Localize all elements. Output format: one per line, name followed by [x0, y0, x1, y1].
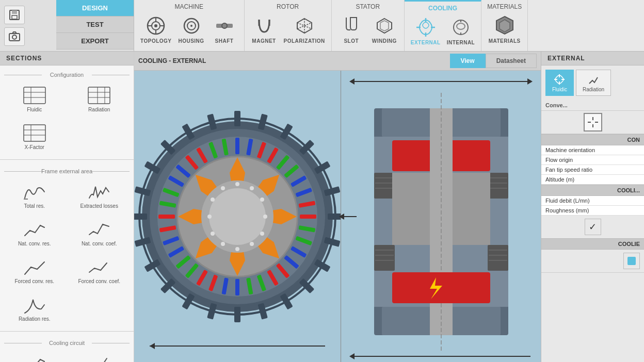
coolie-section-title: COOLIE	[541, 238, 644, 250]
top-bar: DESIGN TEST EXPORT MACHINE TOPOLOGY	[0, 0, 644, 52]
section-convection-coef[interactable]: Convection coef.	[69, 350, 130, 362]
frame-group-title: Frame external area	[4, 168, 130, 174]
forced-conv-res-label: Forced conv. res.	[14, 278, 54, 284]
nav-housing[interactable]: HOUSING	[176, 12, 207, 46]
prop-fan-tip-label: Fan tip speed ratio	[545, 167, 592, 173]
frame-items: Total res. Extracted losses	[4, 178, 130, 325]
section-forced-conv-res[interactable]: Forced conv. res.	[4, 254, 65, 287]
nat-conv-coef-label: Nat. conv. coef.	[82, 241, 117, 246]
nav-materials[interactable]: MATERIALS	[487, 12, 523, 46]
radiation-tab[interactable]: Radiation	[576, 70, 611, 96]
prop-roughness-label: Roughness (mm)	[545, 207, 589, 213]
prop-machine-orientation: Machine orientation	[541, 145, 644, 155]
nav-stator-title: STATOR	[356, 2, 380, 12]
convection-coef-icon	[86, 353, 112, 362]
svg-point-7	[154, 24, 157, 27]
section-forced-conv-coef[interactable]: Forced conv. coef.	[69, 254, 130, 287]
nav-external[interactable]: EXTERNAL	[409, 14, 443, 47]
save-button[interactable]	[4, 6, 25, 24]
checkmark-button[interactable]: ✓	[585, 219, 601, 235]
nav-shaft[interactable]: SHAFT	[209, 12, 240, 46]
nav-group-machine: MACHINE TOPOLOGY HOUSING	[134, 0, 245, 51]
nav-winding[interactable]: WINDING	[369, 12, 400, 46]
forced-conv-coef-icon	[86, 257, 112, 277]
svg-rect-49	[234, 111, 240, 126]
view-tabs: View Datasheet	[450, 54, 537, 68]
nav-magnet[interactable]: MAGNET	[249, 12, 280, 46]
polarization-icon	[293, 14, 316, 37]
svg-rect-42	[24, 125, 45, 141]
radiation-section-icon	[86, 85, 112, 106]
svg-point-117	[260, 198, 264, 202]
slot-label: SLOT	[344, 38, 359, 44]
center-panel: COOLING - EXTERNAL View Datasheet	[134, 52, 541, 362]
nav-cooling-items: EXTERNAL INTERNAL	[405, 14, 481, 47]
prop-flow-origin: Flow origin	[541, 155, 644, 165]
topology-label: TOPOLOGY	[140, 38, 172, 44]
view-tab-view[interactable]: View	[450, 54, 486, 68]
coolie-action-button[interactable]	[623, 253, 640, 269]
nav-slot[interactable]: SLOT	[336, 12, 367, 46]
section-nat-conv-res[interactable]: Nat. conv. res.	[4, 216, 65, 250]
camera-button[interactable]	[4, 27, 25, 46]
view-tab-datasheet[interactable]: Datasheet	[486, 54, 537, 68]
svg-rect-163	[627, 257, 636, 265]
nav-internal[interactable]: INTERNAL	[445, 14, 477, 47]
right-panel: EXTERNAL Fluidic Radiation Conve...	[541, 52, 644, 362]
cooling-circuit-title: Cooling circuit	[4, 340, 130, 346]
prop-machine-orientation-label: Machine orientation	[545, 147, 595, 153]
svg-point-14	[190, 25, 192, 27]
svg-rect-151	[392, 272, 490, 303]
conv-icon	[584, 113, 602, 131]
export-tab[interactable]: EXPORT	[56, 33, 134, 50]
svg-rect-143	[374, 245, 395, 271]
svg-rect-33	[24, 87, 45, 104]
nav-topology[interactable]: TOPOLOGY	[138, 12, 174, 46]
conv-section-title: Conve...	[541, 100, 644, 111]
config-group: Configuration Fluidic Radiation	[0, 65, 134, 157]
xfactor-section-label: X-Factor	[25, 144, 44, 150]
nav-group-materials: MATERIALS MATERIALS	[481, 0, 528, 51]
svg-rect-1	[12, 10, 17, 14]
svg-rect-37	[88, 87, 110, 104]
svg-point-116	[250, 186, 254, 190]
svg-rect-57	[314, 259, 331, 272]
svg-rect-93	[235, 279, 239, 295]
section-fluidic[interactable]: Fluidic	[4, 82, 65, 116]
svg-rect-153	[392, 173, 430, 245]
svg-point-122	[221, 242, 225, 246]
winding-icon	[373, 14, 396, 37]
housing-icon	[180, 14, 203, 37]
svg-rect-51	[280, 123, 293, 140]
topology-icon	[144, 14, 167, 37]
fluidic-tab[interactable]: Fluidic	[545, 70, 574, 96]
design-tab[interactable]: DESIGN	[56, 0, 134, 17]
external-label: EXTERNAL	[411, 40, 441, 45]
section-radiation[interactable]: Radiation	[69, 82, 130, 116]
section-nat-conv-coef[interactable]: Nat. conv. coef.	[69, 216, 130, 250]
magnet-label: MAGNET	[252, 38, 276, 44]
center-content	[134, 71, 541, 362]
fluidic-section-icon	[22, 85, 47, 106]
svg-rect-102	[158, 215, 175, 219]
external-tabs: Fluidic Radiation	[541, 65, 644, 100]
prop-roughness: Roughness (mm)	[541, 206, 644, 216]
svg-point-114	[209, 188, 266, 245]
cooling-circuit-group: Cooling circuit Convection res. Convecti…	[0, 334, 134, 362]
section-total-res[interactable]: Total res.	[4, 178, 65, 212]
section-xfactor[interactable]: X-Factor	[4, 120, 65, 153]
svg-rect-59	[280, 293, 293, 309]
test-tab[interactable]: TEST	[56, 17, 134, 33]
svg-marker-32	[500, 20, 510, 32]
nav-polarization[interactable]: POLARIZATION	[282, 12, 327, 46]
section-radiation-res[interactable]: Radiation res.	[4, 291, 65, 325]
svg-point-123	[211, 232, 215, 236]
section-convection-res[interactable]: Convection res.	[4, 350, 65, 362]
prop-fluid-debit: Fluid debit (L/mn)	[541, 196, 644, 206]
nav-materials-title: MATERIALS	[487, 2, 522, 12]
section-extracted-losses[interactable]: Extracted losses	[69, 178, 130, 212]
svg-point-118	[263, 215, 267, 219]
nav-cooling-title: COOLING	[428, 4, 457, 14]
internal-label: INTERNAL	[447, 40, 475, 45]
svg-rect-144	[488, 245, 508, 271]
